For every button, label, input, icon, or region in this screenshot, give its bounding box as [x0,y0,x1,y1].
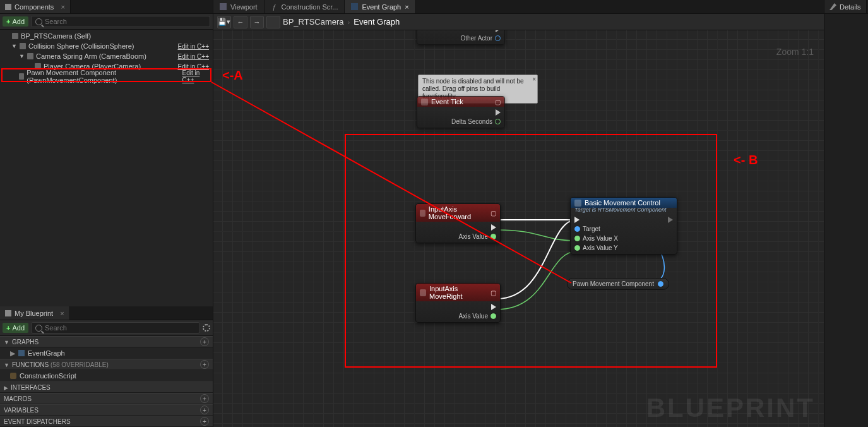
data-out-pin[interactable] [658,281,663,287]
myblueprint-toolbar: + Add [0,320,213,336]
myblueprint-tab-label: My Blueprint [15,310,53,317]
save-dropdown-button[interactable]: 💾▾ [217,16,231,28]
component-tree-row[interactable]: Pawn Movement Component (PawnMovementCom… [0,71,213,81]
section-label: MACROS [4,395,32,402]
section-interfaces[interactable]: ▶INTERFACES [0,382,213,393]
components-search-input[interactable] [45,18,206,25]
edit-in-cpp-link[interactable]: Edit in C++ [178,43,209,50]
gear-icon[interactable] [203,324,210,332]
expand-icon[interactable]: ▢ [490,210,496,217]
disclosure-icon[interactable]: ▼ [11,43,17,49]
component-icon [19,73,25,80]
function-item-label: ConstructionScript [20,372,76,380]
disclosure-icon[interactable]: ▼ [19,53,25,59]
event-graph-canvas[interactable]: Zoom 1:1 ▢ Other Actor [213,30,824,427]
add-graph-button[interactable]: + [200,337,209,346]
node-basic-movement-control[interactable]: Basic Movement Control Target is RTSMove… [570,197,677,255]
section-variables[interactable]: VARIABLES + [0,404,213,416]
node-title: InputAxis MoveForward [429,205,487,220]
edit-in-cpp-link[interactable]: Edit in C++ [182,69,210,83]
data-out-pin[interactable] [495,119,501,124]
blueprint-icon [5,310,11,316]
node-subtitle: Target is RTSMovement Component [571,207,677,214]
exec-out-pin[interactable] [491,224,496,231]
node-partial-event[interactable]: ▢ Other Actor [417,30,505,45]
components-tab-label: Components [15,3,54,11]
section-label: EVENT DISPATCHERS [4,418,71,425]
section-functions[interactable]: ▼FUNCTIONS (58 OVERRIDABLE) + [0,359,213,370]
exec-in-pin[interactable] [574,217,580,223]
breadcrumb-root[interactable]: BP_RTSCamera [283,17,344,27]
graph-icon [351,3,358,10]
add-macro-button[interactable]: + [200,394,209,403]
myblueprint-search-input[interactable] [45,324,196,332]
exec-out-pin[interactable] [491,304,496,310]
node-inputaxis-moveforward[interactable]: InputAxis MoveForward ▢ Axis Value [415,203,501,243]
exec-out-pin[interactable] [496,109,501,116]
close-icon[interactable]: × [532,76,536,83]
blueprint-watermark: BLUEPRINT [646,393,815,423]
zoom-label: Zoom 1:1 [776,47,814,57]
section-dispatchers[interactable]: EVENT DISPATCHERS + [0,416,213,427]
add-variable-button[interactable]: + [200,406,209,414]
component-tree-row[interactable]: BP_RTSCamera (Self) [0,31,213,41]
components-tab[interactable]: Components × [0,0,71,13]
edit-in-cpp-link[interactable]: Edit in C++ [178,63,209,70]
tab-label: Construction Scr... [282,3,338,11]
node-inputaxis-moveright[interactable]: InputAxis MoveRight ▢ Axis Value [415,283,501,323]
node-var-pawn-movement[interactable]: Pawn Movement Component [567,278,669,290]
expand-icon[interactable]: ▢ [490,289,496,296]
function-item-constructionscript[interactable]: ConstructionScript [0,370,213,382]
section-label: GRAPHS [12,339,39,346]
nav-forward-button[interactable]: → [250,16,264,28]
add-button-label: Add [12,324,25,332]
tab-event-graph[interactable]: Event Graph × [345,0,415,13]
details-tab[interactable]: Details [824,0,867,13]
close-icon[interactable]: × [405,3,408,11]
chevron-right-icon: › [348,18,350,26]
tab-construction-script[interactable]: f Construction Scr... [265,0,345,13]
my-blueprint-panel: My Blueprint × + Add ▼GRAPHS + [0,306,213,427]
event-icon [420,289,426,296]
data-out-pin[interactable] [490,313,496,319]
graph-item-label: EventGraph [28,349,65,357]
section-label: VARIABLES [4,407,39,414]
axis-y-pin[interactable] [574,245,580,251]
data-out-pin[interactable] [495,35,501,41]
exec-out-pin[interactable] [496,30,501,32]
component-icon [27,53,33,59]
close-icon[interactable]: × [61,3,64,11]
nav-back-button[interactable]: ← [234,16,247,28]
myblueprint-tab[interactable]: My Blueprint × [0,306,70,320]
graph-item-eventgraph[interactable]: ▶ EventGraph [0,347,213,359]
component-tree: BP_RTSCamera (Self)▼Collision Sphere (Co… [0,30,213,83]
node-header: InputAxis MoveForward ▢ [416,204,500,222]
exec-out-pin[interactable] [668,217,673,223]
function-icon: f [271,3,278,11]
edit-in-cpp-link[interactable]: Edit in C++ [178,53,209,60]
node-event-tick[interactable]: Event Tick ▢ Delta Seconds [417,96,505,128]
close-icon[interactable]: × [60,310,64,317]
graph-icon-button[interactable] [266,16,280,28]
components-search[interactable] [31,16,210,27]
axis-x-pin[interactable] [574,236,580,241]
tab-viewport[interactable]: Viewport [213,0,265,13]
component-tree-row[interactable]: ▼Camera Spring Arm (CameraBoom)Edit in C… [0,51,213,61]
add-dispatcher-button[interactable]: + [200,417,209,426]
myblueprint-search[interactable] [31,322,200,334]
expand-icon[interactable]: ▢ [495,99,501,105]
add-component-button[interactable]: + Add [3,16,28,27]
tab-label: Viewport [230,3,258,11]
target-pin[interactable] [574,226,580,232]
pin-label: Axis Value X [583,235,618,242]
pin-label: Axis Value [458,313,488,320]
add-blueprint-button[interactable]: + Add [3,323,28,333]
add-function-button[interactable]: + [200,360,209,369]
component-tree-row[interactable]: ▼Collision Sphere (CollisionSphere)Edit … [0,41,213,51]
pin-label: Delta Seconds [451,118,492,125]
section-macros[interactable]: MACROS + [0,393,213,404]
data-out-pin[interactable] [490,234,496,239]
section-label: FUNCTIONS [12,361,49,368]
section-graphs[interactable]: ▼GRAPHS + [0,336,213,347]
breadcrumb-current: Event Graph [354,17,400,27]
